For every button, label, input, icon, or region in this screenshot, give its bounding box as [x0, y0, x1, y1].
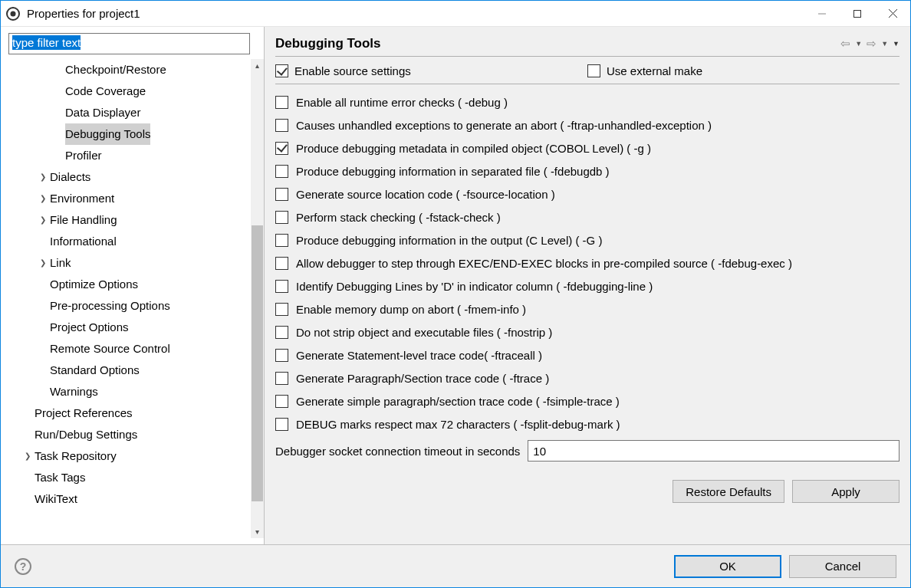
option-checkbox[interactable] — [275, 303, 288, 316]
option-row: Allow debugger to step through EXEC/END-… — [275, 251, 899, 274]
tree-item[interactable]: ❯Dialects — [8, 166, 259, 188]
tree-item[interactable]: Informational — [8, 231, 259, 252]
option-label: Do not strip object and executable files… — [296, 326, 552, 339]
tree-item[interactable]: WikiText — [8, 488, 259, 510]
option-label: Enable all runtime error checks ( -debug… — [296, 96, 508, 109]
tree-item-label: Checkpoint/Restore — [65, 59, 166, 80]
cancel-button[interactable]: Cancel — [789, 555, 896, 578]
tree-item[interactable]: Optimize Options — [8, 274, 259, 295]
tree-item-label: Code Coverage — [65, 80, 146, 102]
tree-item[interactable]: Project References — [8, 402, 259, 424]
tree-scrollbar[interactable]: ▴ ▾ — [251, 59, 264, 538]
tree-item[interactable]: Standard Options — [8, 360, 259, 381]
expand-icon[interactable]: ❯ — [38, 209, 48, 231]
option-checkbox[interactable] — [275, 257, 288, 270]
tree-item[interactable]: Data Displayer — [8, 102, 259, 123]
timeout-label: Debugger socket connection timeout in se… — [275, 445, 520, 458]
option-label: Generate source location code ( -fsource… — [296, 188, 555, 201]
option-checkbox[interactable] — [275, 211, 288, 224]
option-checkbox[interactable] — [275, 280, 288, 293]
option-checkbox[interactable] — [275, 418, 288, 431]
forward-menu-icon[interactable]: ▼ — [881, 40, 888, 48]
page-menu-icon[interactable]: ▼ — [893, 40, 899, 48]
expand-icon[interactable]: ❯ — [22, 445, 33, 467]
option-checkbox[interactable] — [275, 326, 288, 339]
tree-item[interactable]: Profiler — [8, 145, 259, 166]
titlebar: Properties for project1 — [1, 1, 910, 27]
option-checkbox[interactable] — [275, 96, 288, 109]
expand-icon[interactable]: ❯ — [38, 166, 48, 188]
scroll-thumb[interactable] — [252, 225, 263, 501]
page-button-row: Restore Defaults Apply — [275, 480, 899, 503]
tree-item-label: Optimize Options — [50, 274, 138, 295]
tree-item-label: Run/Debug Settings — [35, 424, 137, 445]
enable-source-checkbox[interactable] — [275, 64, 288, 77]
tree-item[interactable]: Run/Debug Settings — [8, 424, 259, 445]
option-row: Generate Paragraph/Section trace code ( … — [275, 366, 899, 389]
timeout-input[interactable] — [528, 440, 899, 462]
external-make-label: Use external make — [607, 64, 702, 77]
maximize-button[interactable] — [840, 1, 875, 27]
option-row: Produce debugging information in the out… — [275, 228, 899, 251]
option-label: Generate Paragraph/Section trace code ( … — [296, 372, 549, 385]
window-title: Properties for project1 — [27, 7, 804, 20]
page-title: Debugging Tools — [275, 36, 840, 51]
option-row: Perform stack checking ( -fstack-check ) — [275, 205, 899, 228]
option-checkbox[interactable] — [275, 142, 288, 155]
option-label: Produce debugging information in separat… — [296, 165, 610, 178]
scroll-up-icon[interactable]: ▴ — [251, 59, 264, 72]
apply-button[interactable]: Apply — [792, 480, 899, 503]
tree-item[interactable]: Project Options — [8, 317, 259, 338]
page-body: Enable source settings Use external make… — [275, 64, 899, 537]
expand-icon[interactable]: ❯ — [38, 252, 48, 274]
restore-defaults-button[interactable]: Restore Defaults — [673, 480, 784, 503]
option-label: Perform stack checking ( -fstack-check ) — [296, 211, 501, 224]
option-checkbox[interactable] — [275, 119, 288, 132]
help-icon[interactable]: ? — [15, 558, 31, 575]
option-checkbox[interactable] — [275, 349, 288, 362]
tree-item-label: Task Tags — [35, 467, 85, 488]
tree-item-label: Debugging Tools — [65, 123, 150, 145]
expand-icon[interactable]: ❯ — [38, 188, 48, 209]
option-row: Identify Debugging Lines by 'D' in indic… — [275, 274, 899, 297]
tree-item[interactable]: Checkpoint/Restore — [8, 59, 259, 80]
option-row: Generate Statement-level trace code( -ft… — [275, 343, 899, 366]
tree-item[interactable]: Remote Source Control — [8, 338, 259, 360]
tree-item-label: Informational — [50, 231, 117, 252]
svg-point-1 — [11, 11, 16, 16]
svg-rect-3 — [854, 10, 861, 17]
option-checkbox[interactable] — [275, 188, 288, 201]
tree-item[interactable]: ❯Task Repository — [8, 445, 259, 467]
minimize-button[interactable] — [804, 1, 840, 27]
ok-button[interactable]: OK — [674, 555, 781, 578]
tree-item[interactable]: ❯Environment — [8, 188, 259, 209]
forward-icon[interactable]: ⇨ — [867, 37, 876, 51]
tree-item[interactable]: ❯File Handling — [8, 209, 259, 231]
app-icon — [5, 6, 21, 21]
tree-item[interactable]: Task Tags — [8, 467, 259, 488]
external-make-checkbox[interactable] — [587, 64, 600, 77]
option-checkbox[interactable] — [275, 165, 288, 178]
option-checkbox[interactable] — [275, 234, 288, 247]
option-checkbox[interactable] — [275, 372, 288, 385]
back-icon[interactable]: ⇦ — [840, 37, 850, 51]
tree-item[interactable]: Warnings — [8, 381, 259, 402]
option-row: Produce debugging metadata in compiled o… — [275, 136, 899, 159]
tree-item[interactable]: Code Coverage — [8, 80, 259, 102]
back-menu-icon[interactable]: ▼ — [855, 40, 862, 48]
tree-item-label: Profiler — [65, 145, 102, 166]
option-label: Allow debugger to step through EXEC/END-… — [296, 257, 792, 270]
tree-item-label: Pre-processing Options — [50, 295, 170, 317]
tree-item[interactable]: ❯Link — [8, 252, 259, 274]
top-options-row: Enable source settings Use external make — [275, 64, 899, 84]
page-pane: Debugging Tools ⇦▼ ⇨▼ ▼ Enable source se… — [265, 27, 910, 544]
filter-input[interactable]: type filter text — [8, 33, 250, 54]
option-label: DEBUG marks respect max 72 characters ( … — [296, 418, 620, 431]
tree-item[interactable]: Pre-processing Options — [8, 295, 259, 317]
option-label: Generate simple paragraph/section trace … — [296, 395, 620, 408]
scroll-down-icon[interactable]: ▾ — [251, 525, 264, 538]
tree-item[interactable]: Debugging Tools — [8, 123, 259, 145]
tree-item-label: Task Repository — [35, 445, 117, 467]
close-button[interactable] — [875, 1, 910, 27]
option-checkbox[interactable] — [275, 395, 288, 408]
